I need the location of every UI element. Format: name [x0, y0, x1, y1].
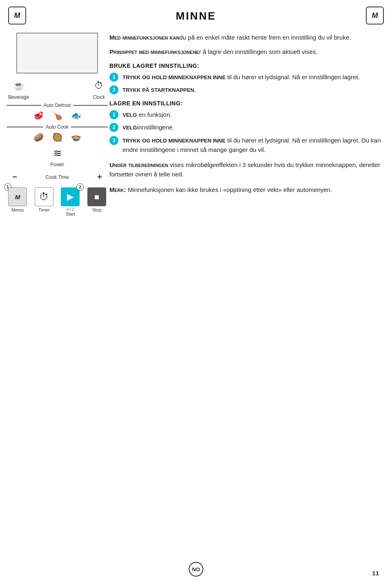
- m-logo-right: M: [366, 7, 384, 24]
- lagre-step-1: 1 Velg en funksjon.: [109, 110, 384, 119]
- intro-caps-2: Prinsippet med minnefunksjonene: [109, 48, 199, 55]
- power-icon: ≋: [50, 146, 65, 160]
- intro-text-2: r å lagre den innstillingen som aktuelt …: [199, 48, 317, 55]
- intro-text-1: du på en enkel måte raskt hente frem en …: [179, 34, 351, 41]
- lagre-step-3-bold: Trykk og hold minneknappen inne: [122, 138, 225, 144]
- clock-control: ⏱ Clock: [91, 78, 106, 100]
- auto-cook-row: Auto Cook: [7, 124, 108, 130]
- beverage-clock-row: ☕ Beverage ⏱ Clock: [7, 78, 108, 100]
- defrost-line-left: [7, 105, 41, 106]
- under-caps: Under tilberedningen: [109, 161, 168, 168]
- cook-bowl-icon: 🍲: [70, 131, 82, 143]
- bruke-step-2-bold: Trykk på startknappen.: [122, 87, 196, 93]
- auto-defrost-label: Auto Defrost: [41, 102, 74, 108]
- power-label: Power: [50, 162, 64, 167]
- bruke-step-1-bold: Trykk og hold minneknappen inne: [122, 74, 225, 80]
- top-left-m-icon: M: [8, 7, 26, 24]
- defrost-chicken-icon: 🍗: [51, 109, 63, 122]
- bruke-step-1-text: Trykk og hold minneknappen inne til du h…: [122, 72, 360, 82]
- bruke-step-2: 2 Trykk på startknappen.: [109, 85, 384, 94]
- auto-defrost-row: Auto Defrost: [7, 102, 108, 108]
- auto-cook-label: Auto Cook: [43, 124, 71, 130]
- power-row: ≋ Power: [7, 146, 108, 167]
- clock-icon: ⏱: [91, 78, 106, 93]
- plus1-label: ⊙+1': [66, 207, 74, 212]
- top-right-m-icon: M: [366, 7, 384, 24]
- power-control: ≋ Power: [50, 146, 65, 167]
- memo-btn-icon: M: [8, 187, 27, 206]
- cook-icons-row: 🥔 🥘 🍲: [7, 131, 108, 143]
- cook-time-row: − Cook Time +: [7, 170, 108, 184]
- lagre-step-2-badge: 2: [109, 123, 118, 132]
- microwave-diagram: ☕ Beverage ⏱ Clock Auto Defrost 🥩 🍗 🐟 Au…: [7, 33, 108, 218]
- lagre-step-3-badge: 3: [109, 136, 118, 145]
- cook-food-icon: 🥘: [51, 131, 63, 143]
- bruke-step-2-text: Trykk på startknappen.: [122, 85, 196, 94]
- cook-line-right: [71, 127, 108, 127]
- page-number: 11: [372, 570, 379, 577]
- clock-label: Clock: [93, 94, 105, 100]
- defrost-meat-icon: 🥩: [32, 109, 45, 122]
- instructions-panel: Med minnefunksjonen kandu på en enkel må…: [109, 33, 384, 199]
- intro-para-2: Prinsippet med minnefunksjonener å lagre…: [109, 47, 384, 56]
- under-para: Under tilberedningen vises mikrobølgeeff…: [109, 160, 384, 179]
- beverage-control: ☕ Beverage: [8, 78, 29, 100]
- intro-para-1: Med minnefunksjonen kandu på en enkel må…: [109, 33, 384, 42]
- lagre-step-1-bold: Velg: [122, 112, 137, 118]
- stop-label: Stop: [92, 207, 102, 212]
- intro-caps-1: Med minnefunksjonen kan: [109, 34, 179, 41]
- beverage-icon: ☕: [11, 78, 26, 93]
- memo-label: Memo: [11, 207, 24, 212]
- defrost-fish-icon: 🐟: [70, 109, 82, 122]
- memo-btn-label: M: [15, 194, 20, 200]
- section-bruke-heading: Bruke lagret innstilling:: [109, 62, 384, 69]
- stop-button[interactable]: ■ Stop: [87, 187, 106, 212]
- lagre-step-2-text: Velginnstillingene.: [122, 122, 174, 132]
- m-logo-left: M: [8, 7, 26, 24]
- lagre-step-3: 3 Trykk og hold minneknappen inne til du…: [109, 136, 384, 155]
- merk-rest: Minnefunksjonen kan ikke brukes i «oppti…: [126, 186, 332, 193]
- display-screen: [16, 33, 98, 74]
- cook-time-minus-button[interactable]: −: [10, 172, 20, 182]
- defrost-icons-row: 🥩 🍗 🐟: [7, 109, 108, 122]
- page-number-label: NO: [192, 566, 200, 572]
- lagre-step-2-bold: Velg: [122, 125, 137, 131]
- bruke-step-1-badge: 1: [109, 73, 118, 82]
- bruke-step-1: 1 Trykk og hold minneknappen inne til du…: [109, 72, 384, 82]
- timer-button[interactable]: ⏱ Timer: [35, 187, 53, 212]
- page-title: MINNE: [176, 10, 216, 22]
- beverage-label: Beverage: [8, 94, 29, 100]
- lagre-step-1-text: Velg en funksjon.: [122, 110, 172, 119]
- bruke-step-2-badge: 2: [109, 85, 118, 94]
- lagre-step-1-badge: 1: [109, 110, 118, 119]
- start-btn-icon: ▶: [61, 187, 80, 206]
- lagre-step-3-text: Trykk og hold minneknappen inne til du h…: [122, 136, 384, 155]
- cook-time-plus-button[interactable]: +: [95, 172, 105, 182]
- cook-line-left: [7, 127, 43, 127]
- start-button[interactable]: ▶ ⊙+1' Start: [61, 187, 80, 216]
- memo-button[interactable]: M Memo: [8, 187, 27, 212]
- section-lagre-heading: Lagre en innstilling:: [109, 100, 384, 107]
- diagram-circle-2: 2: [76, 183, 84, 191]
- stop-btn-icon: ■: [87, 187, 106, 206]
- cook-time-label: Cook Time: [45, 174, 69, 180]
- lagre-step-2: 2 Velginnstillingene.: [109, 122, 384, 132]
- timer-label: Timer: [38, 207, 50, 212]
- merk-caps: Merk:: [109, 186, 126, 193]
- page-number-circle: NO: [189, 562, 203, 577]
- timer-btn-icon: ⏱: [35, 187, 53, 206]
- cook-potato-icon: 🥔: [32, 131, 45, 143]
- merk-para: Merk: Minnefunksjonen kan ikke brukes i …: [109, 185, 384, 194]
- start-label: Start: [66, 212, 75, 216]
- defrost-line-right: [73, 105, 108, 106]
